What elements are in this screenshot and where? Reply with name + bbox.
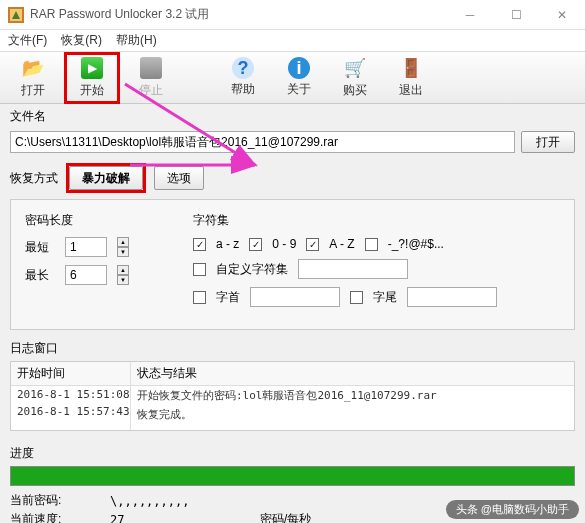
tab-options[interactable]: 选项: [154, 166, 204, 190]
log-status-1: 恢复完成。: [131, 405, 574, 424]
stop-button: 停止: [126, 55, 176, 101]
chk-09[interactable]: [249, 238, 262, 251]
progress-bar: [10, 466, 575, 486]
chk-custom[interactable]: [193, 263, 206, 276]
window-title: RAR Password Unlocker 3.2 试用: [30, 6, 209, 23]
menu-bar: 文件(F) 恢复(R) 帮助(H): [0, 30, 585, 52]
watermark: 头条 @电脑数码小助手: [446, 500, 579, 519]
custom-charset-input[interactable]: [298, 259, 408, 279]
min-spinner[interactable]: ▲▼: [117, 237, 129, 257]
chk-AZ[interactable]: [306, 238, 319, 251]
maximize-button[interactable]: ☐: [493, 0, 539, 30]
max-spinner[interactable]: ▲▼: [117, 265, 129, 285]
chk-special[interactable]: [365, 238, 378, 251]
chk-prefix[interactable]: [193, 291, 206, 304]
menu-help[interactable]: 帮助(H): [116, 32, 157, 49]
log-time-0: 2016-8-1 15:51:08: [11, 386, 130, 403]
title-bar: RAR Password Unlocker 3.2 试用 ─ ☐ ✕: [0, 0, 585, 30]
file-path-input[interactable]: [10, 131, 515, 153]
exit-icon: 🚪: [399, 56, 423, 80]
buy-button[interactable]: 🛒 购买: [330, 55, 380, 101]
info-icon: i: [288, 57, 310, 79]
settings-panel: 密码长度 最短 ▲▼ 最长 ▲▼ 字符集 a - z 0 - 9 A - Z: [10, 199, 575, 330]
max-label: 最长: [25, 267, 55, 284]
folder-open-icon: 📂: [21, 56, 45, 80]
close-button[interactable]: ✕: [539, 0, 585, 30]
cart-icon: 🛒: [343, 56, 367, 80]
prefix-input[interactable]: [250, 287, 340, 307]
file-open-button[interactable]: 打开: [521, 131, 575, 153]
log-time-header: 开始时间: [11, 362, 130, 386]
charset-label: 字符集: [193, 212, 560, 229]
log-status-0: 开始恢复文件的密码:lol韩服语音包2016_11@107299.rar: [131, 386, 574, 405]
log-label: 日志窗口: [10, 340, 575, 357]
cur-pwd-label: 当前密码:: [10, 492, 80, 509]
app-icon: [8, 7, 24, 23]
toolbar: 📂 打开 ▶ 开始 停止 ? 帮助 i 关于 🛒 购买 🚪 退出: [0, 52, 585, 104]
minimize-button[interactable]: ─: [447, 0, 493, 30]
brute-tab-highlight: 暴力破解: [66, 163, 146, 193]
start-highlight: ▶ 开始: [64, 52, 120, 104]
log-status-header: 状态与结果: [131, 362, 574, 386]
cur-speed-label: 当前速度:: [10, 511, 80, 523]
suffix-input[interactable]: [407, 287, 497, 307]
min-label: 最短: [25, 239, 55, 256]
exit-button[interactable]: 🚪 退出: [386, 55, 436, 101]
recovery-label: 恢复方式: [10, 170, 58, 187]
pwd-length-label: 密码长度: [25, 212, 165, 229]
file-label: 文件名: [10, 108, 575, 125]
chk-suffix[interactable]: [350, 291, 363, 304]
min-input[interactable]: [65, 237, 107, 257]
log-panel: 开始时间 2016-8-1 15:51:08 2016-8-1 15:57:43…: [10, 361, 575, 431]
progress-label: 进度: [10, 445, 575, 462]
help-icon: ?: [232, 57, 254, 79]
menu-file[interactable]: 文件(F): [8, 32, 47, 49]
chk-az[interactable]: [193, 238, 206, 251]
max-input[interactable]: [65, 265, 107, 285]
tab-brute-force[interactable]: 暴力破解: [69, 166, 143, 190]
start-button[interactable]: ▶ 开始: [67, 55, 117, 101]
cur-pwd-value: \,,,,,,,,,,: [110, 494, 230, 508]
play-icon: ▶: [80, 56, 104, 80]
stop-icon: [139, 56, 163, 80]
help-button[interactable]: ? 帮助: [218, 55, 268, 101]
speed-unit: 密码/每秒: [260, 511, 311, 523]
cur-speed-value: 27: [110, 513, 230, 524]
log-time-1: 2016-8-1 15:57:43: [11, 403, 130, 420]
menu-recover[interactable]: 恢复(R): [61, 32, 102, 49]
about-button[interactable]: i 关于: [274, 55, 324, 101]
open-button[interactable]: 📂 打开: [8, 55, 58, 101]
